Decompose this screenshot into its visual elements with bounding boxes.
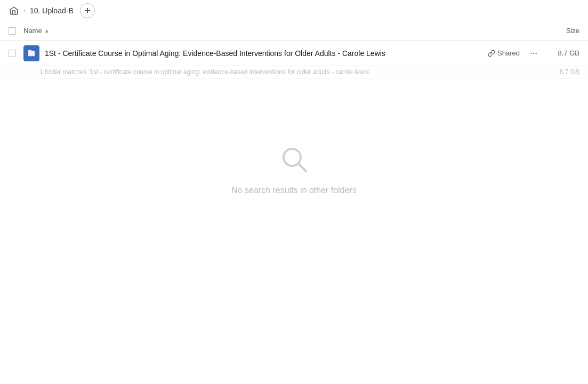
file-type-icon [23, 45, 39, 61]
file-size: 8.7 GB [547, 49, 579, 57]
svg-point-2 [530, 52, 532, 54]
svg-point-4 [535, 52, 537, 54]
breadcrumb-separator: › [23, 7, 26, 14]
svg-point-3 [533, 52, 535, 54]
no-results-text: No search results in other folders [231, 186, 357, 195]
checkbox[interactable] [9, 27, 16, 35]
home-button[interactable] [9, 5, 19, 16]
empty-state: No search results in other folders [0, 78, 588, 260]
no-results-search-icon [278, 143, 310, 177]
sort-asc-icon: ▲ [44, 28, 50, 34]
breadcrumb-current[interactable]: 10. Upload-B [30, 6, 74, 15]
topbar: › 10. Upload-B [0, 0, 588, 21]
file-checkbox[interactable] [9, 50, 23, 57]
match-info-row: 1 folder matches '1st - certificate cour… [0, 66, 588, 78]
match-info-text: 1 folder matches '1st - certificate cour… [39, 68, 370, 76]
file-name[interactable]: 1St - Certificate Course in Optimal Agin… [45, 49, 488, 58]
size-column-header[interactable]: Size [537, 27, 579, 35]
file-row[interactable]: 1St - Certificate Course in Optimal Agin… [0, 41, 588, 66]
select-all-checkbox[interactable] [9, 27, 23, 35]
add-button[interactable] [80, 3, 95, 18]
match-info-size: 8.7 GB [560, 68, 579, 76]
row-checkbox[interactable] [9, 50, 16, 57]
more-options-button[interactable] [526, 46, 541, 61]
svg-line-6 [298, 163, 306, 171]
shared-badge: Shared [488, 49, 520, 57]
column-header-row: Name ▲ Size [0, 21, 588, 41]
name-column-header[interactable]: Name ▲ [23, 27, 537, 35]
